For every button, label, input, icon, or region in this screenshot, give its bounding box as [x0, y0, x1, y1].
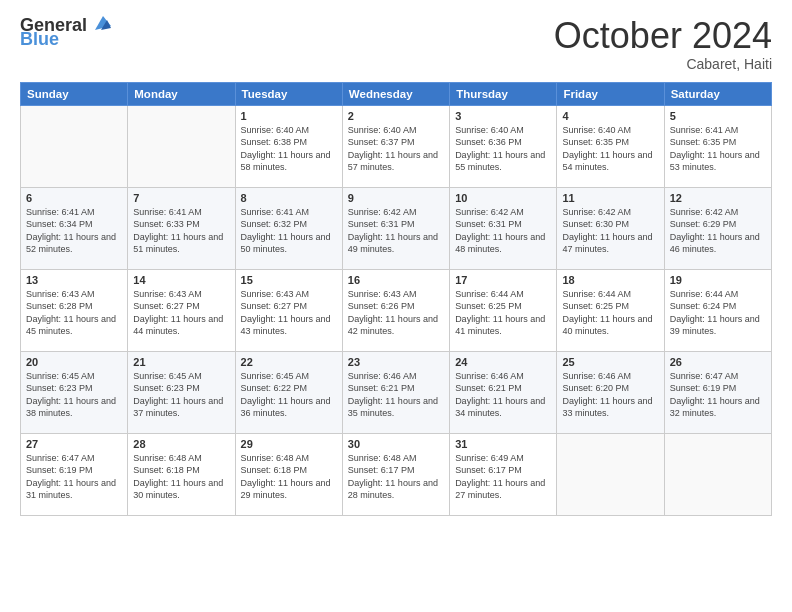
day-number: 28	[133, 438, 229, 450]
week-row-4: 20Sunrise: 6:45 AM Sunset: 6:23 PM Dayli…	[21, 351, 772, 433]
day-info: Sunrise: 6:48 AM Sunset: 6:18 PM Dayligh…	[133, 452, 229, 502]
day-number: 11	[562, 192, 658, 204]
day-number: 30	[348, 438, 444, 450]
logo-blue: Blue	[20, 30, 59, 48]
day-number: 1	[241, 110, 337, 122]
day-info: Sunrise: 6:40 AM Sunset: 6:35 PM Dayligh…	[562, 124, 658, 174]
cell-week3-day6: 19Sunrise: 6:44 AM Sunset: 6:24 PM Dayli…	[664, 269, 771, 351]
day-number: 10	[455, 192, 551, 204]
logo-icon	[89, 12, 111, 34]
day-info: Sunrise: 6:44 AM Sunset: 6:25 PM Dayligh…	[562, 288, 658, 338]
day-info: Sunrise: 6:40 AM Sunset: 6:38 PM Dayligh…	[241, 124, 337, 174]
day-number: 16	[348, 274, 444, 286]
day-info: Sunrise: 6:46 AM Sunset: 6:21 PM Dayligh…	[455, 370, 551, 420]
cell-week4-day4: 24Sunrise: 6:46 AM Sunset: 6:21 PM Dayli…	[450, 351, 557, 433]
cell-week2-day0: 6Sunrise: 6:41 AM Sunset: 6:34 PM Daylig…	[21, 187, 128, 269]
day-info: Sunrise: 6:43 AM Sunset: 6:27 PM Dayligh…	[133, 288, 229, 338]
header-thursday: Thursday	[450, 82, 557, 105]
day-number: 12	[670, 192, 766, 204]
header-wednesday: Wednesday	[342, 82, 449, 105]
day-info: Sunrise: 6:49 AM Sunset: 6:17 PM Dayligh…	[455, 452, 551, 502]
day-number: 3	[455, 110, 551, 122]
day-info: Sunrise: 6:47 AM Sunset: 6:19 PM Dayligh…	[26, 452, 122, 502]
week-row-1: 1Sunrise: 6:40 AM Sunset: 6:38 PM Daylig…	[21, 105, 772, 187]
cell-week3-day3: 16Sunrise: 6:43 AM Sunset: 6:26 PM Dayli…	[342, 269, 449, 351]
header-sunday: Sunday	[21, 82, 128, 105]
calendar-header-row: Sunday Monday Tuesday Wednesday Thursday…	[21, 82, 772, 105]
day-number: 6	[26, 192, 122, 204]
header-monday: Monday	[128, 82, 235, 105]
cell-week3-day0: 13Sunrise: 6:43 AM Sunset: 6:28 PM Dayli…	[21, 269, 128, 351]
day-number: 14	[133, 274, 229, 286]
day-info: Sunrise: 6:48 AM Sunset: 6:18 PM Dayligh…	[241, 452, 337, 502]
day-info: Sunrise: 6:42 AM Sunset: 6:30 PM Dayligh…	[562, 206, 658, 256]
day-number: 21	[133, 356, 229, 368]
cell-week4-day0: 20Sunrise: 6:45 AM Sunset: 6:23 PM Dayli…	[21, 351, 128, 433]
cell-week1-day0	[21, 105, 128, 187]
cell-week5-day2: 29Sunrise: 6:48 AM Sunset: 6:18 PM Dayli…	[235, 433, 342, 515]
calendar-container: General Blue October 2024 Cabaret, Haiti…	[0, 0, 792, 526]
day-info: Sunrise: 6:41 AM Sunset: 6:32 PM Dayligh…	[241, 206, 337, 256]
day-number: 2	[348, 110, 444, 122]
calendar-table: Sunday Monday Tuesday Wednesday Thursday…	[20, 82, 772, 516]
day-number: 15	[241, 274, 337, 286]
day-number: 9	[348, 192, 444, 204]
day-number: 24	[455, 356, 551, 368]
day-info: Sunrise: 6:45 AM Sunset: 6:22 PM Dayligh…	[241, 370, 337, 420]
day-number: 22	[241, 356, 337, 368]
cell-week2-day4: 10Sunrise: 6:42 AM Sunset: 6:31 PM Dayli…	[450, 187, 557, 269]
month-title: October 2024	[554, 16, 772, 56]
cell-week1-day2: 1Sunrise: 6:40 AM Sunset: 6:38 PM Daylig…	[235, 105, 342, 187]
day-info: Sunrise: 6:44 AM Sunset: 6:25 PM Dayligh…	[455, 288, 551, 338]
day-number: 29	[241, 438, 337, 450]
header-tuesday: Tuesday	[235, 82, 342, 105]
cell-week1-day5: 4Sunrise: 6:40 AM Sunset: 6:35 PM Daylig…	[557, 105, 664, 187]
cell-week4-day2: 22Sunrise: 6:45 AM Sunset: 6:22 PM Dayli…	[235, 351, 342, 433]
day-number: 25	[562, 356, 658, 368]
cell-week1-day4: 3Sunrise: 6:40 AM Sunset: 6:36 PM Daylig…	[450, 105, 557, 187]
cell-week4-day5: 25Sunrise: 6:46 AM Sunset: 6:20 PM Dayli…	[557, 351, 664, 433]
logo: General Blue	[20, 16, 111, 48]
cell-week4-day6: 26Sunrise: 6:47 AM Sunset: 6:19 PM Dayli…	[664, 351, 771, 433]
location: Cabaret, Haiti	[554, 56, 772, 72]
day-number: 19	[670, 274, 766, 286]
day-number: 7	[133, 192, 229, 204]
day-info: Sunrise: 6:42 AM Sunset: 6:31 PM Dayligh…	[455, 206, 551, 256]
day-info: Sunrise: 6:45 AM Sunset: 6:23 PM Dayligh…	[133, 370, 229, 420]
day-number: 4	[562, 110, 658, 122]
cell-week3-day5: 18Sunrise: 6:44 AM Sunset: 6:25 PM Dayli…	[557, 269, 664, 351]
cell-week5-day6	[664, 433, 771, 515]
day-info: Sunrise: 6:45 AM Sunset: 6:23 PM Dayligh…	[26, 370, 122, 420]
week-row-5: 27Sunrise: 6:47 AM Sunset: 6:19 PM Dayli…	[21, 433, 772, 515]
cell-week4-day1: 21Sunrise: 6:45 AM Sunset: 6:23 PM Dayli…	[128, 351, 235, 433]
day-info: Sunrise: 6:41 AM Sunset: 6:34 PM Dayligh…	[26, 206, 122, 256]
day-number: 5	[670, 110, 766, 122]
cell-week3-day1: 14Sunrise: 6:43 AM Sunset: 6:27 PM Dayli…	[128, 269, 235, 351]
cell-week2-day6: 12Sunrise: 6:42 AM Sunset: 6:29 PM Dayli…	[664, 187, 771, 269]
cell-week2-day2: 8Sunrise: 6:41 AM Sunset: 6:32 PM Daylig…	[235, 187, 342, 269]
day-number: 23	[348, 356, 444, 368]
week-row-2: 6Sunrise: 6:41 AM Sunset: 6:34 PM Daylig…	[21, 187, 772, 269]
day-info: Sunrise: 6:43 AM Sunset: 6:26 PM Dayligh…	[348, 288, 444, 338]
cell-week1-day1	[128, 105, 235, 187]
cell-week5-day3: 30Sunrise: 6:48 AM Sunset: 6:17 PM Dayli…	[342, 433, 449, 515]
day-info: Sunrise: 6:47 AM Sunset: 6:19 PM Dayligh…	[670, 370, 766, 420]
cell-week5-day1: 28Sunrise: 6:48 AM Sunset: 6:18 PM Dayli…	[128, 433, 235, 515]
day-info: Sunrise: 6:40 AM Sunset: 6:36 PM Dayligh…	[455, 124, 551, 174]
day-info: Sunrise: 6:42 AM Sunset: 6:31 PM Dayligh…	[348, 206, 444, 256]
day-info: Sunrise: 6:48 AM Sunset: 6:17 PM Dayligh…	[348, 452, 444, 502]
cell-week1-day6: 5Sunrise: 6:41 AM Sunset: 6:35 PM Daylig…	[664, 105, 771, 187]
day-info: Sunrise: 6:41 AM Sunset: 6:33 PM Dayligh…	[133, 206, 229, 256]
day-number: 20	[26, 356, 122, 368]
day-number: 13	[26, 274, 122, 286]
cell-week3-day2: 15Sunrise: 6:43 AM Sunset: 6:27 PM Dayli…	[235, 269, 342, 351]
cell-week2-day1: 7Sunrise: 6:41 AM Sunset: 6:33 PM Daylig…	[128, 187, 235, 269]
day-info: Sunrise: 6:42 AM Sunset: 6:29 PM Dayligh…	[670, 206, 766, 256]
day-number: 17	[455, 274, 551, 286]
cell-week5-day0: 27Sunrise: 6:47 AM Sunset: 6:19 PM Dayli…	[21, 433, 128, 515]
day-info: Sunrise: 6:46 AM Sunset: 6:20 PM Dayligh…	[562, 370, 658, 420]
day-number: 26	[670, 356, 766, 368]
cell-week1-day3: 2Sunrise: 6:40 AM Sunset: 6:37 PM Daylig…	[342, 105, 449, 187]
header-friday: Friday	[557, 82, 664, 105]
cell-week3-day4: 17Sunrise: 6:44 AM Sunset: 6:25 PM Dayli…	[450, 269, 557, 351]
